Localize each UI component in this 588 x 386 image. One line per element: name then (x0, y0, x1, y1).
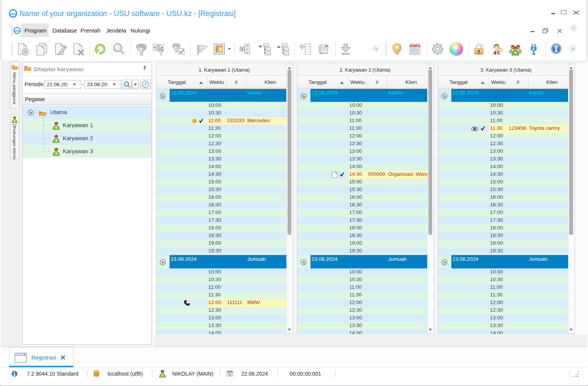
svg-text:USU: USU (14, 29, 20, 32)
svg-text:31: 31 (228, 373, 232, 376)
svg-text:usu: usu (10, 12, 16, 16)
